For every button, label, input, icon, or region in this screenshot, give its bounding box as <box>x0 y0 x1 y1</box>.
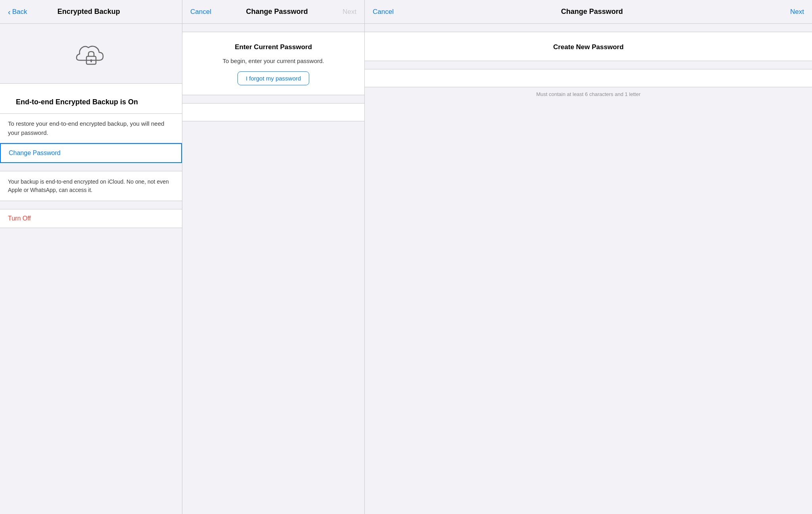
change-password-row[interactable]: Change Password <box>0 143 182 163</box>
panel3-next-button[interactable]: Next <box>790 8 804 16</box>
create-new-password-section: Create New Password <box>365 32 812 61</box>
password-hint: Must contain at least 6 characters and 1… <box>365 87 812 97</box>
back-chevron-icon: ‹ <box>8 8 11 16</box>
info-text: Your backup is end-to-end encrypted on i… <box>8 178 174 194</box>
encrypted-backup-title-section: End-to-end Encrypted Backup is On <box>0 83 182 113</box>
panel2-title: Change Password <box>246 8 308 16</box>
panel3-title: Change Password <box>561 8 623 16</box>
panel1-navbar: ‹ Back Encrypted Backup <box>0 0 182 24</box>
description-section: To restore your end-to-end encrypted bac… <box>0 113 182 143</box>
svg-rect-2 <box>90 61 92 62</box>
forgot-password-button[interactable]: I forgot my password <box>237 71 309 85</box>
description-text: To restore your end-to-end encrypted bac… <box>8 119 174 137</box>
turn-off-row[interactable]: Turn Off <box>0 209 182 228</box>
panel3-navbar: Cancel Change Password Next <box>365 0 812 24</box>
encrypted-backup-title: End-to-end Encrypted Backup is On <box>8 91 174 106</box>
panel3-cancel-button[interactable]: Cancel <box>373 8 394 16</box>
cloud-lock-icon <box>73 40 109 71</box>
new-password-input-row <box>365 69 812 87</box>
current-password-input-row <box>182 103 364 121</box>
change-password-current-panel: Cancel Change Password Next Enter Curren… <box>182 0 365 514</box>
panel1-title: Encrypted Backup <box>57 8 120 16</box>
panel2-next-button[interactable]: Next <box>343 8 356 16</box>
panel2-navbar: Cancel Change Password Next <box>182 0 364 24</box>
enter-current-password-section: Enter Current Password To begin, enter y… <box>182 32 364 95</box>
current-password-subtext: To begin, enter your current password. <box>223 57 324 66</box>
current-password-input[interactable] <box>190 109 356 115</box>
create-new-password-panel: Cancel Change Password Next Create New P… <box>365 0 812 514</box>
cloud-lock-icon-area <box>0 24 182 83</box>
panel2-cancel-button[interactable]: Cancel <box>190 8 211 16</box>
info-section: Your backup is end-to-end encrypted on i… <box>0 171 182 201</box>
current-password-heading: Enter Current Password <box>235 43 312 51</box>
new-password-input[interactable] <box>373 75 804 81</box>
back-label: Back <box>12 8 27 16</box>
back-button[interactable]: ‹ Back <box>8 8 27 16</box>
encrypted-backup-panel: ‹ Back Encrypted Backup End-to-end Encry… <box>0 0 182 514</box>
change-password-label: Change Password <box>9 150 61 156</box>
turn-off-label: Turn Off <box>8 215 31 222</box>
new-password-heading: Create New Password <box>553 43 624 51</box>
